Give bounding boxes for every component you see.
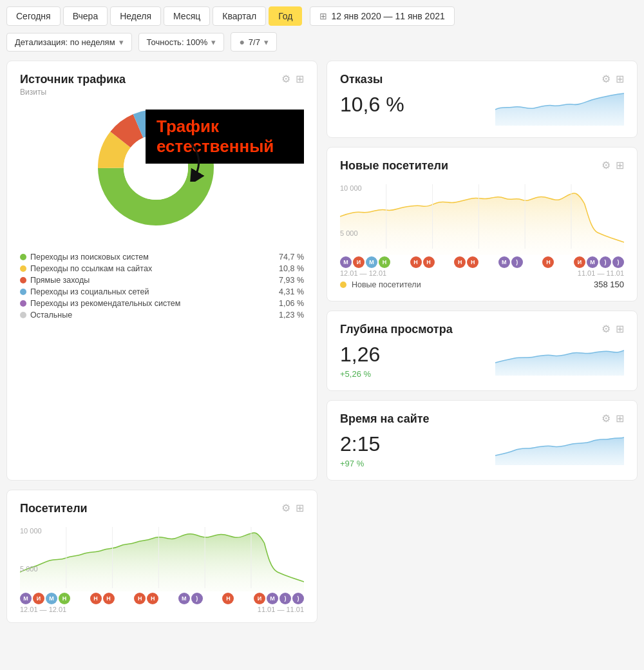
v-event-h5: Н <box>222 593 234 604</box>
v-event-m4: ) <box>191 593 203 604</box>
date-range-selector[interactable]: ⊞ 12 янв 2020 — 11 янв 2021 <box>310 6 454 26</box>
v-event-i2: И <box>254 593 265 604</box>
bounce-card-header: Отказы ⚙ ⊞ <box>340 73 624 86</box>
bounce-gear-icon[interactable]: ⚙ <box>601 73 611 85</box>
visitors-title: Посетители <box>20 502 88 515</box>
v-event-m6: ) <box>279 593 291 604</box>
legend-item-2: Прямые заходы 7,93 % <box>20 274 304 286</box>
nav-year[interactable]: Год <box>269 6 302 26</box>
legend-dot-recommend <box>20 300 26 307</box>
new-visitors-header: Новые посетители ⚙ ⊞ <box>340 159 624 173</box>
bounce-rate-card: Отказы ⚙ ⊞ 10,6 % <box>327 61 638 138</box>
event-h1: Н <box>410 256 422 268</box>
v-event-m7: ) <box>292 593 304 604</box>
nav-quarter[interactable]: Квартал <box>213 6 266 26</box>
segments-arrow: ▾ <box>264 37 269 47</box>
nav-yesterday[interactable]: Вчера <box>63 6 108 26</box>
legend-value-search: 74,7 % <box>278 253 304 262</box>
gear-icon[interactable]: ⚙ <box>281 73 290 85</box>
depth-change: +5,26 % <box>340 369 380 379</box>
segments-label: 7/7 <box>249 37 260 47</box>
event-m7: ) <box>612 256 624 268</box>
nv-y-mid: 5 000 <box>340 229 358 237</box>
v-event-m1: М <box>20 593 32 604</box>
detail-select[interactable]: Детализация: по неделям ▾ <box>6 33 132 52</box>
legend-value-direct: 7,93 % <box>278 276 304 285</box>
new-visitors-chart-container: 10 000 5 000 <box>340 184 624 274</box>
segments-select[interactable]: ● 7/7 ▾ <box>231 32 277 52</box>
visitors-card: Посетители ⚙ ⊞ 10 000 5 000 <box>6 490 317 623</box>
nav-week[interactable]: Неделя <box>110 6 161 26</box>
event-m5: М <box>587 256 598 268</box>
nv-date-start: 12.01 — 12.01 <box>340 269 386 277</box>
segment-icon: ● <box>239 37 244 47</box>
depth-grid-icon[interactable]: ⊞ <box>616 323 624 335</box>
detail-label: Детализация: по неделям <box>15 37 115 47</box>
legend-item-4: Переходы из рекомендательных систем 1,06… <box>20 298 304 309</box>
v-event-n1: Н <box>59 593 70 604</box>
legend-dot-search <box>20 254 26 260</box>
legend-item-0: Переходы из поисковых систем 74,7 % <box>20 251 304 263</box>
visitors-header: Посетители ⚙ ⊞ <box>20 502 304 515</box>
depth-card: Глубина просмотра ⚙ ⊞ 1,26 +5,26 % <box>327 311 638 391</box>
nv-y-max: 10 000 <box>340 184 362 192</box>
depth-gear-icon[interactable]: ⚙ <box>601 323 611 335</box>
time-grid-icon[interactable]: ⊞ <box>616 412 624 425</box>
legend-item-3: Переходы из социальных сетей 4,31 % <box>20 286 304 298</box>
event-h3: Н <box>454 256 466 268</box>
v-event-m5: М <box>267 593 278 604</box>
event-n1: Н <box>379 256 390 268</box>
time-title: Время на сайте <box>340 412 430 426</box>
event-h4: Н <box>467 256 478 268</box>
nv-event-markers: М И М Н Н Н Н Н М ) <box>340 256 624 268</box>
event-m4: ) <box>511 256 523 268</box>
bounce-grid-icon[interactable]: ⊞ <box>616 73 624 85</box>
legend-label-search: Переходы из поисковых систем <box>30 253 149 262</box>
new-visitors-gear-icon[interactable]: ⚙ <box>601 159 611 171</box>
new-visitors-chart <box>340 184 624 255</box>
legend-item-5: Остальные 1,23 % <box>20 309 304 321</box>
nav-today[interactable]: Сегодня <box>6 6 61 26</box>
controls-row: Детализация: по неделям ▾ Точность: 100%… <box>6 32 638 52</box>
v-date-labels: 12.01 — 12.01 11.01 — 11.01 <box>20 606 304 613</box>
nav-month[interactable]: Месяц <box>164 6 210 26</box>
traffic-source-card: Источник трафика Визиты ⚙ ⊞ <box>6 61 317 481</box>
v-event-h1: Н <box>90 593 102 604</box>
bounce-value: 10,6 % <box>340 93 404 117</box>
event-m1: М <box>340 256 352 268</box>
v-event-h2: Н <box>103 593 115 604</box>
event-i1: И <box>353 256 365 268</box>
traffic-card-header: Источник трафика Визиты ⚙ ⊞ <box>20 73 304 97</box>
bounce-chart <box>495 90 624 126</box>
event-h2: Н <box>423 256 435 268</box>
annotation-container: Трафик естественный <box>146 110 304 164</box>
nv-date-labels: 12.01 — 12.01 11.01 — 11.01 <box>340 269 624 277</box>
time-value: 2:15 <box>340 432 380 456</box>
legend-label-social: Переходы из социальных сетей <box>30 287 149 296</box>
calendar-icon: ⊞ <box>319 11 327 21</box>
time-on-site-card: Время на сайте ⚙ ⊞ 2:15 +97 % <box>327 400 638 481</box>
time-gear-icon[interactable]: ⚙ <box>601 412 611 425</box>
event-m6: ) <box>600 256 611 268</box>
new-visitors-card: Новые посетители ⚙ ⊞ 10 000 5 000 <box>327 147 638 302</box>
bounce-title: Отказы <box>340 73 383 86</box>
v-date-end: 11.01 — 11.01 <box>258 606 304 613</box>
depth-value: 1,26 <box>340 343 380 367</box>
legend-dot-direct <box>20 277 26 283</box>
accuracy-arrow: ▾ <box>211 37 216 47</box>
new-visitors-title: Новые посетители <box>340 159 448 173</box>
visitors-grid-icon[interactable]: ⊞ <box>296 502 304 514</box>
legend-label-other: Остальные <box>30 311 72 320</box>
accuracy-select[interactable]: Точность: 100% ▾ <box>138 33 225 52</box>
nv-date-end: 11.01 — 11.01 <box>578 269 624 277</box>
top-navigation: Сегодня Вчера Неделя Месяц Квартал Год ⊞… <box>6 6 638 26</box>
grid-icon[interactable]: ⊞ <box>296 73 304 85</box>
nv-legend-value: 358 150 <box>594 280 624 289</box>
time-header: Время на сайте ⚙ ⊞ <box>340 412 624 426</box>
legend-item-1: Переходы по ссылкам на сайтах 10,8 % <box>20 263 304 274</box>
legend-value-social: 4,31 % <box>278 287 304 296</box>
legend-dot-other <box>20 312 26 318</box>
new-visitors-grid-icon[interactable]: ⊞ <box>616 159 624 171</box>
v-event-markers: М И М Н Н Н Н Н М ) Н <box>20 593 304 604</box>
visitors-gear-icon[interactable]: ⚙ <box>281 502 290 514</box>
